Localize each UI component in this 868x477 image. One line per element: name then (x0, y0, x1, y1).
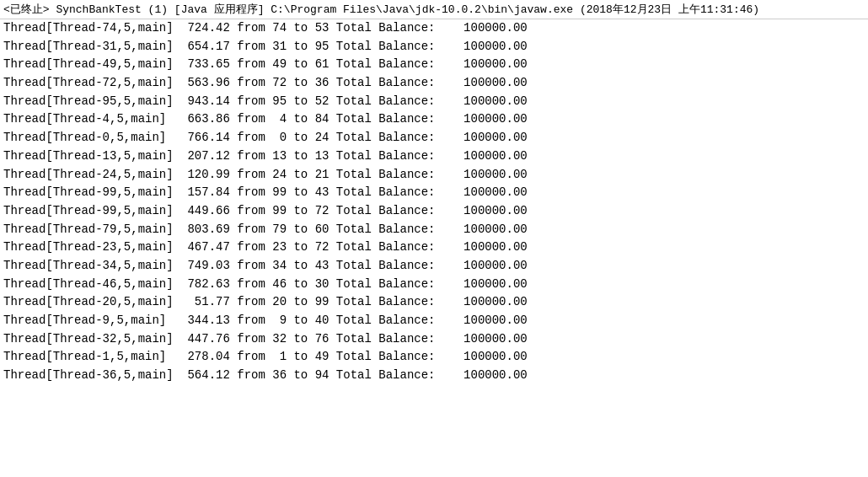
table-row: Thread[Thread-34,5,main] 749.03 from 34 … (0, 257, 868, 276)
table-row: Thread[Thread-99,5,main] 449.66 from 99 … (0, 202, 868, 221)
table-row: Thread[Thread-24,5,main] 120.99 from 24 … (0, 166, 868, 185)
table-row: Thread[Thread-72,5,main] 563.96 from 72 … (0, 74, 868, 93)
title-bar: <已终止> SynchBankTest (1) [Java 应用程序] C:\P… (0, 0, 868, 19)
table-row: Thread[Thread-1,5,main] 278.04 from 1 to… (0, 348, 868, 367)
table-row: Thread[Thread-9,5,main] 344.13 from 9 to… (0, 312, 868, 330)
table-row: Thread[Thread-95,5,main] 943.14 from 95 … (0, 93, 868, 111)
table-row: Thread[Thread-23,5,main] 467.47 from 23 … (0, 238, 868, 257)
table-row: Thread[Thread-0,5,main] 766.14 from 0 to… (0, 129, 868, 147)
table-row: Thread[Thread-4,5,main] 663.86 from 4 to… (0, 110, 868, 129)
table-row: Thread[Thread-46,5,main] 782.63 from 46 … (0, 276, 868, 294)
table-row: Thread[Thread-99,5,main] 157.84 from 99 … (0, 184, 868, 202)
title-text: <已终止> SynchBankTest (1) [Java 应用程序] C:\P… (3, 3, 759, 16)
table-row: Thread[Thread-79,5,main] 803.69 from 79 … (0, 221, 868, 239)
table-row: Thread[Thread-36,5,main] 564.12 from 36 … (0, 367, 868, 385)
table-row: Thread[Thread-31,5,main] 654.17 from 31 … (0, 38, 868, 56)
console-output: Thread[Thread-74,5,main] 724.42 from 74 … (0, 19, 868, 385)
table-row: Thread[Thread-13,5,main] 207.12 from 13 … (0, 147, 868, 166)
table-row: Thread[Thread-20,5,main] 51.77 from 20 t… (0, 293, 868, 312)
table-row: Thread[Thread-49,5,main] 733.65 from 49 … (0, 56, 868, 74)
table-row: Thread[Thread-74,5,main] 724.42 from 74 … (0, 19, 868, 38)
table-row: Thread[Thread-32,5,main] 447.76 from 32 … (0, 330, 868, 349)
